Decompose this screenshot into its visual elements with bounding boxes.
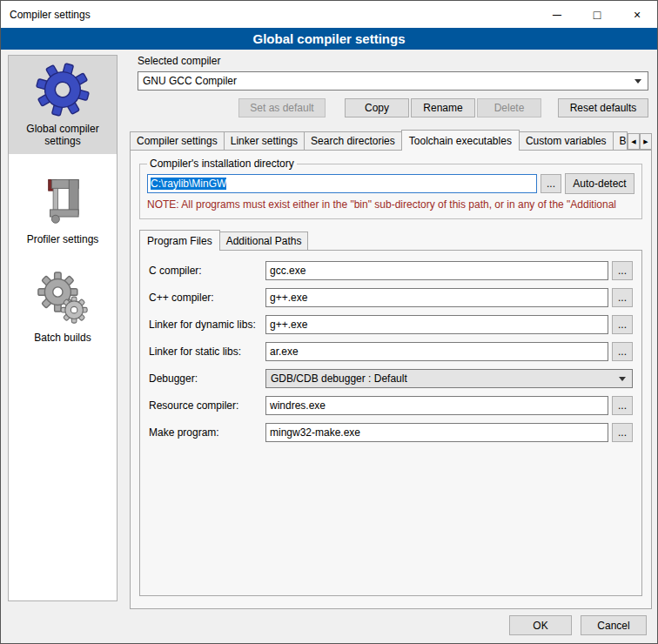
tab-linker-settings[interactable]: Linker settings	[224, 131, 305, 150]
toolchain-executables-page: Compiler's installation directory C:\ray…	[130, 150, 652, 609]
bin-subdirectory-note: NOTE: All programs must exist either in …	[147, 198, 634, 211]
dynamic-linker-browse-button[interactable]: ...	[612, 315, 633, 334]
profiler-tool-icon	[37, 173, 88, 227]
compiler-settings-dialog: Compiler settings ─ □ × Global compiler …	[0, 0, 658, 644]
resource-compiler-browse-button[interactable]: ...	[612, 396, 633, 415]
minimize-icon: ─	[553, 8, 561, 22]
dynamic-linker-label: Linker for dynamic libs:	[149, 319, 265, 331]
installation-directory-input[interactable]: C:\raylib\MinGW	[147, 174, 537, 193]
tab-custom-variables[interactable]: Custom variables	[519, 131, 614, 150]
sidebar-item-label: Profiler settings	[10, 233, 115, 245]
program-files-tabbar: Program Files Additional Paths	[139, 230, 651, 250]
reset-defaults-button[interactable]: Reset defaults	[558, 98, 648, 117]
chevron-down-icon	[619, 377, 626, 381]
static-linker-browse-button[interactable]: ...	[612, 342, 633, 361]
rename-button[interactable]: Rename	[411, 98, 475, 117]
installation-directory-legend: Compiler's installation directory	[147, 158, 297, 170]
arrow-right-icon: ▶	[643, 138, 648, 145]
main-panel: Selected compiler GNU GCC Compiler Set a…	[130, 55, 652, 609]
arrow-left-icon: ◀	[631, 138, 635, 145]
form-row-resource-compiler: Resource compiler: ...	[149, 396, 633, 415]
window-title: Compiler settings	[10, 9, 91, 21]
tab-search-directories[interactable]: Search directories	[304, 131, 402, 150]
settings-tabbar: Compiler settings Linker settings Search…	[130, 130, 652, 150]
form-row-static-linker: Linker for static libs: ...	[149, 342, 633, 361]
form-row-debugger: Debugger: GDB/CDB debugger : Default	[149, 369, 633, 388]
static-linker-label: Linker for static libs:	[149, 345, 265, 358]
make-program-input[interactable]	[265, 423, 608, 442]
program-files-page: C compiler: ... C++ compiler: ... Linker…	[139, 250, 642, 596]
delete-button[interactable]: Delete	[477, 98, 541, 117]
ok-button[interactable]: OK	[509, 615, 572, 635]
installation-directory-group: Compiler's installation directory C:\ray…	[139, 158, 642, 219]
tab-additional-paths[interactable]: Additional Paths	[219, 231, 309, 250]
gear-icon	[36, 63, 90, 117]
tab-scroll-right-button[interactable]: ▶	[640, 133, 652, 150]
sidebar-item-label: Batch builds	[10, 332, 115, 344]
selected-compiler-dropdown[interactable]: GNU GCC Compiler	[138, 71, 648, 91]
sidebar-item-label: Global compiler settings	[10, 123, 115, 147]
make-program-browse-button[interactable]: ...	[612, 423, 633, 442]
maximize-button[interactable]: □	[577, 1, 617, 28]
form-row-dynamic-linker: Linker for dynamic libs: ...	[149, 315, 633, 334]
titlebar[interactable]: Compiler settings ─ □ ×	[1, 1, 657, 28]
tab-toolchain-executables[interactable]: Toolchain executables	[401, 130, 520, 151]
tab-program-files[interactable]: Program Files	[139, 230, 220, 251]
set-as-default-button[interactable]: Set as default	[238, 98, 326, 117]
static-linker-input[interactable]	[265, 342, 608, 361]
tab-build-options-clipped[interactable]: Buil	[613, 131, 628, 150]
cpp-compiler-browse-button[interactable]: ...	[612, 288, 633, 307]
auto-detect-button[interactable]: Auto-detect	[565, 173, 634, 194]
sidebar: Global compiler settings Profiler settin…	[8, 55, 118, 601]
batch-gears-icon	[37, 272, 89, 325]
c-compiler-browse-button[interactable]: ...	[612, 261, 633, 280]
tab-compiler-settings[interactable]: Compiler settings	[130, 131, 225, 150]
tab-scroll-left-button[interactable]: ◀	[628, 133, 640, 150]
sidebar-item-batch-builds[interactable]: Batch builds	[9, 265, 117, 351]
debugger-dropdown[interactable]: GDB/CDB debugger : Default	[265, 369, 633, 388]
minimize-button[interactable]: ─	[537, 1, 577, 28]
installation-directory-selected-text: C:\raylib\MinGW	[151, 178, 226, 190]
sidebar-item-global-compiler-settings[interactable]: Global compiler settings	[9, 56, 117, 154]
maximize-icon: □	[594, 8, 601, 22]
resource-compiler-label: Resource compiler:	[149, 399, 265, 412]
installation-directory-row: C:\raylib\MinGW ... Auto-detect	[147, 173, 634, 194]
dialog-footer: OK Cancel	[509, 615, 647, 635]
cpp-compiler-input[interactable]	[265, 288, 608, 307]
installation-directory-browse-button[interactable]: ...	[540, 174, 561, 193]
cpp-compiler-label: C++ compiler:	[149, 292, 265, 304]
make-program-label: Make program:	[149, 426, 265, 439]
cancel-button[interactable]: Cancel	[581, 615, 647, 635]
debugger-label: Debugger:	[149, 372, 265, 385]
resource-compiler-input[interactable]	[265, 396, 608, 415]
selected-compiler-label: Selected compiler	[138, 55, 652, 67]
chevron-down-icon	[634, 79, 641, 84]
form-row-cpp-compiler: C++ compiler: ...	[149, 288, 633, 307]
window-controls: ─ □ ×	[537, 1, 657, 28]
close-button[interactable]: ×	[617, 1, 657, 28]
selected-compiler-value: GNU GCC Compiler	[143, 75, 237, 87]
copy-button[interactable]: Copy	[345, 98, 409, 117]
sidebar-item-profiler-settings[interactable]: Profiler settings	[9, 166, 117, 252]
close-icon: ×	[634, 8, 641, 22]
debugger-value: GDB/CDB debugger : Default	[271, 372, 407, 385]
tab-scrollers: ◀ ▶	[628, 133, 652, 150]
page-title: Global compiler settings	[1, 28, 657, 50]
dynamic-linker-input[interactable]	[265, 315, 608, 334]
form-row-make-program: Make program: ...	[149, 423, 633, 442]
compiler-button-row: Set as default Copy Rename Delete Reset …	[138, 98, 648, 117]
c-compiler-input[interactable]	[265, 261, 608, 280]
c-compiler-label: C compiler:	[149, 265, 265, 277]
form-row-c-compiler: C compiler: ...	[149, 261, 633, 280]
